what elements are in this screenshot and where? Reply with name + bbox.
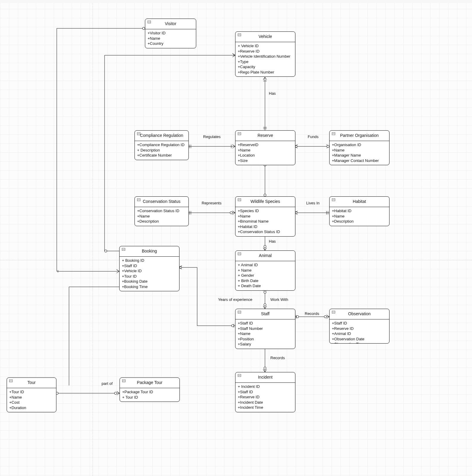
entity-title: Staff [261,311,270,316]
attr: +Observation Time [332,342,387,344]
entity-partner[interactable]: Partner Organisation +Organisation ID +N… [329,130,390,165]
rel-years-experience: Years of experience [218,297,252,302]
entity-package[interactable]: Package Tour +Package Tour ID + Tour ID [119,377,180,402]
attr: +Booking Date [122,279,177,284]
entity-title: Visitor [165,21,177,26]
attr: +Visitor ID [148,30,194,36]
attr: +Tour ID [122,274,177,279]
attr: +Name [332,148,387,153]
entity-title: Package Tour [137,380,162,385]
attr: +Conservation Status ID [238,229,293,235]
attr: +Cost [9,400,54,405]
attr: + Description [137,148,186,153]
attr: + Death Date [238,283,293,289]
entity-reserve[interactable]: Reserve +ReserveID +Name +Location +Size [235,130,295,165]
attr: +Name [238,148,293,153]
attr: + Vehicle ID [238,43,293,49]
attr: +Reserve ID [238,49,293,54]
attr: +Booking Time [122,284,177,290]
attr: +Organisation ID [332,142,387,148]
attr: +Vehicle Identification Number [238,54,293,59]
collapse-icon [332,132,335,135]
attr: +ReserveID [238,142,293,148]
rel-has-vehicle-reserve: Has [269,91,276,96]
attr: +Certificate Number [137,153,186,158]
entity-animal[interactable]: Animal + Animal ID + Name + Gender + Bir… [235,250,295,291]
rel-funds: Funds [308,134,318,139]
attr: +Name [9,395,54,400]
attr: +Capacity [238,64,293,70]
attr: +Name [238,214,293,219]
collapse-icon [137,198,140,201]
attr: +Incident Date [238,400,293,405]
entity-title: Vehicle [258,34,272,39]
rel-records-observation: Records [305,311,319,316]
entity-booking[interactable]: Booking + Booking ID +Staff ID +Vehicle … [119,246,180,291]
collapse-icon [332,311,335,313]
attr: +Staff ID [238,321,293,326]
attr: +Name [148,36,194,41]
collapse-icon [148,21,151,23]
entity-tour[interactable]: Tour +Tour ID +Name +Cost +Duration [7,377,56,412]
attr: +Observation Date [332,336,387,342]
attr: +Manager Contact Number [332,158,387,163]
attr: +Conservation Status ID [137,208,186,214]
attr: + Animal ID [238,262,293,268]
collapse-icon [238,252,241,255]
attr: +Salary [238,342,293,347]
entity-visitor[interactable]: Visitor +Visitor ID +Name +Country [145,19,196,48]
rel-records-incident: Records [270,356,285,360]
collapse-icon [238,132,241,135]
attr: +Manager Name [332,153,387,158]
entity-title: Habitat [353,199,366,204]
collapse-icon [122,379,125,382]
collapse-icon [332,198,335,201]
collapse-icon [238,374,241,377]
attr: +Description [137,219,186,224]
attr: +Name [137,214,186,219]
attr: +Name [238,331,293,336]
attr: +Reserve ID [238,394,293,400]
attr: + Gender [238,273,293,278]
attr: +Reserve ID [332,326,387,331]
attr: +Vehicle ID [122,268,177,274]
attr: +Habitat ID [332,208,387,214]
rel-livesin: Lives In [306,201,320,205]
attr: +Duration [9,405,54,411]
attr: +Name [332,214,387,219]
entity-habitat[interactable]: Habitat +Habitat ID +Name +Description [329,196,390,226]
collapse-icon [238,198,241,201]
entity-compliance[interactable]: Compliance Regulation +Compliance Regula… [134,130,189,160]
entity-observation[interactable]: Observation +Staff ID +Reserve ID +Anima… [329,309,390,344]
attr: +Rego Plate Number [238,70,293,75]
vertical-dashed-guide [93,3,93,476]
entity-incident[interactable]: Incident + Incident ID +Staff ID +Reserv… [235,372,295,412]
entity-title: Compliance Regulation [140,133,183,138]
attr: + Birth Date [238,278,293,284]
attr: +Description [332,219,387,224]
entity-vehicle[interactable]: Vehicle + Vehicle ID +Reserve ID +Vehicl… [235,31,295,77]
entity-title: Animal [259,253,272,258]
rel-has-species-animal: Has [269,239,276,244]
collapse-icon [238,33,241,36]
attr: + Booking ID [122,258,177,263]
collapse-icon [238,311,241,313]
attr: + Name [238,268,293,273]
attr: +Package Tour ID [122,389,177,395]
attr: +Tour ID [9,389,54,395]
attr: +Country [148,41,194,46]
entity-title: Reserve [258,133,273,138]
attr: +Staff ID [238,389,293,395]
entity-title: Wildlife Species [251,199,280,204]
entity-species[interactable]: Wildlife Species +Species ID +Name +Bino… [235,196,295,237]
entity-staff[interactable]: Staff +Staff ID +Staff Number +Name +Pos… [235,309,295,349]
collapse-icon [122,248,125,251]
attr: +Incident Time [238,405,293,410]
rel-workwith: Work With [270,297,288,302]
rel-represents: Represents [202,201,221,205]
entity-title: Incident [258,375,272,379]
entity-conservation[interactable]: Conservation Status +Conservation Status… [134,196,189,226]
attr: +Habitat ID [238,224,293,229]
attr: +Staff ID [332,321,387,326]
collapse-icon [9,379,13,382]
